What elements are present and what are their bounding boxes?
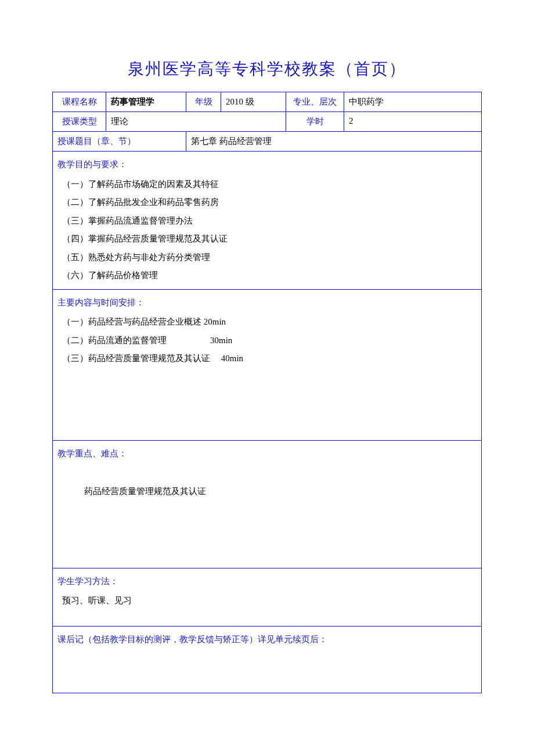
lesson-plan-table: 课程名称 药事管理学 年级 2010 级 专业、层次 中职药学 授课类型 理论 … [52,92,482,693]
label-major: 专业、层次 [286,92,344,112]
objectives-header: 教学目的与要求： [57,156,477,174]
methods-block: 学生学习方法： 预习、听课、见习 [57,573,477,610]
label-topic: 授课题目（章、节） [53,132,186,152]
row-keypoints: 教学重点、难点： 药品经营质量管理规范及其认证 [53,440,482,568]
objective-item: （四）掌握药品经营质量管理规范及其认证 [62,230,477,249]
value-hours: 2 [344,112,482,132]
row-objectives: 教学目的与要求： （一）了解药品市场确定的因素及其特征 （二）了解药品批发企业和… [53,152,482,290]
content-item: （二）药品流通的监督管理 30min [62,332,477,350]
label-grade: 年级 [186,92,221,112]
value-type: 理论 [106,112,286,132]
objective-item: （一）了解药品市场确定的因素及其特征 [62,175,477,194]
objective-item: （五）熟悉处方药与非处方药分类管理 [62,249,477,267]
value-major: 中职药学 [344,92,482,112]
keypoints-text: 药品经营质量管理规范及其认证 [57,483,477,501]
objectives-block: 教学目的与要求： （一）了解药品市场确定的因素及其特征 （二）了解药品批发企业和… [57,156,477,285]
keypoints-block: 教学重点、难点： 药品经营质量管理规范及其认证 [57,445,477,501]
row-course-info: 课程名称 药事管理学 年级 2010 级 专业、层次 中职药学 [53,92,482,112]
row-methods: 学生学习方法： 预习、听课、见习 [53,568,482,626]
methods-header: 学生学习方法： [57,573,477,591]
methods-text: 预习、听课、见习 [62,592,477,610]
objective-item: （三）掌握药品流通监督管理办法 [62,212,477,231]
value-topic: 第七章 药品经营管理 [186,132,482,152]
row-type-hours: 授课类型 理论 学时 2 [53,112,482,132]
postnote-block: 课后记（包括教学目标的测评，教学反馈与矫正等）详见单元续页后： [57,631,477,649]
label-type: 授课类型 [53,112,106,132]
objective-item: （二）了解药品批发企业和药品零售药房 [62,193,477,212]
row-topic: 授课题目（章、节） 第七章 药品经营管理 [53,132,482,152]
content-item: （一）药品经营与药品经营企业概述 20min [62,313,477,332]
postnote-header: 课后记（包括教学目标的测评，教学反馈与矫正等）详见单元续页后： [57,631,477,649]
contents-block: 主要内容与时间安排： （一）药品经营与药品经营企业概述 20min （二）药品流… [57,294,477,368]
value-course: 药事管理学 [106,92,186,112]
row-postnote: 课后记（包括教学目标的测评，教学反馈与矫正等）详见单元续页后： [53,626,482,693]
value-grade: 2010 级 [221,92,286,112]
keypoints-header: 教学重点、难点： [57,445,477,463]
contents-header: 主要内容与时间安排： [57,294,477,312]
page-title: 泉州医学高等专科学校教案（首页） [52,58,482,80]
content-item: （三）药品经营质量管理规范及其认证 40min [62,350,477,368]
label-hours: 学时 [286,112,344,132]
objective-item: （六）了解药品价格管理 [62,267,477,285]
row-contents: 主要内容与时间安排： （一）药品经营与药品经营企业概述 20min （二）药品流… [53,289,482,440]
label-course: 课程名称 [53,92,106,112]
